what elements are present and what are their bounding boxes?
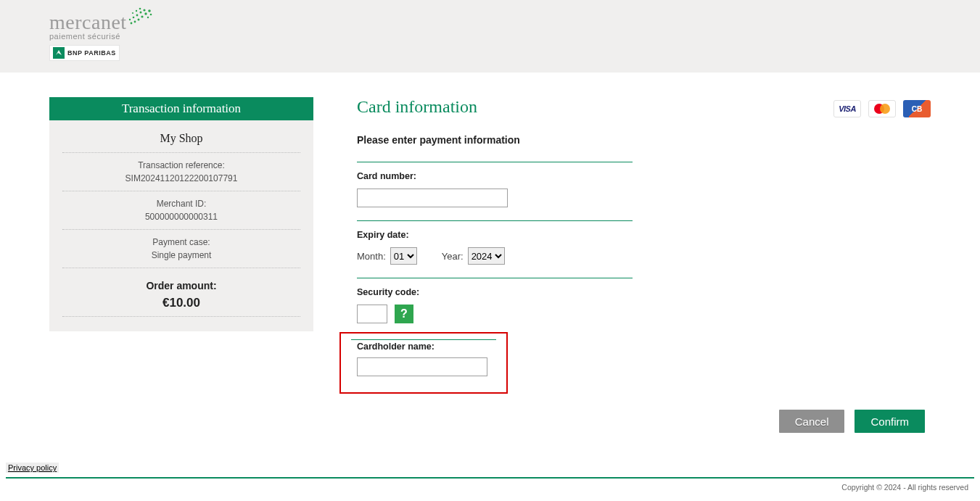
cardholder-name-group: Cardholder name: <box>351 339 496 376</box>
transaction-reference-label: Transaction reference: <box>138 160 225 170</box>
shop-name: My Shop <box>49 120 313 152</box>
cancel-button[interactable]: Cancel <box>779 410 845 433</box>
mercanet-logo: mercanet paiement sécurisé <box>49 7 155 61</box>
logo-brand-text: mercanet <box>49 11 127 34</box>
transaction-reference-block: Transaction reference: SIM20241120122200… <box>62 152 300 191</box>
transaction-reference-value: SIM20241120122200107791 <box>62 173 300 183</box>
expiry-month-select[interactable]: 01 <box>390 247 417 265</box>
transaction-info-panel: Transaction information My Shop Transact… <box>49 97 313 331</box>
svg-point-3 <box>141 15 143 17</box>
cardholder-name-label: Cardholder name: <box>357 341 496 352</box>
security-code-group: Security code: ? <box>357 278 633 334</box>
payment-case-block: Payment case: Single payment <box>62 229 300 268</box>
security-code-help-button[interactable]: ? <box>395 305 413 323</box>
payment-case-label: Payment case: <box>152 237 210 247</box>
svg-point-12 <box>135 10 136 12</box>
logo-tagline: paiement sécurisé <box>49 32 155 41</box>
cardholder-highlight-box: Cardholder name: <box>339 332 508 394</box>
header-bar: mercanet paiement sécurisé <box>0 0 980 73</box>
svg-point-14 <box>147 17 148 18</box>
bnp-star-icon <box>53 47 65 59</box>
form-intro-text: Please enter payment information <box>357 134 931 146</box>
card-number-input[interactable] <box>357 189 508 207</box>
svg-point-1 <box>133 21 136 23</box>
form-actions: Cancel Confirm <box>357 410 931 433</box>
svg-point-5 <box>148 9 151 12</box>
card-number-label: Card number: <box>357 171 633 181</box>
bnp-paribas-badge: BNP PARIBAS <box>49 45 120 61</box>
svg-point-7 <box>132 17 134 19</box>
security-code-input[interactable] <box>357 305 387 323</box>
mastercard-icon <box>868 100 896 117</box>
merchant-id-block: Merchant ID: 500000000000311 <box>62 191 300 229</box>
cb-icon: CB <box>903 100 931 117</box>
svg-point-4 <box>144 12 147 15</box>
svg-point-13 <box>139 8 141 10</box>
svg-point-10 <box>143 9 145 11</box>
order-amount-block: Order amount: €10.00 <box>62 268 300 310</box>
payment-case-value: Single payment <box>62 250 300 260</box>
page-footer: Privacy policy Copyright © 2024 - All ri… <box>0 457 980 492</box>
svg-point-2 <box>137 19 139 21</box>
card-number-group: Card number: <box>357 162 633 220</box>
merchant-id-value: 500000000000311 <box>62 212 300 222</box>
expiry-year-select[interactable]: 2024 <box>468 247 505 265</box>
expiry-year-label: Year: <box>442 251 464 262</box>
confirm-button[interactable]: Confirm <box>855 410 925 433</box>
expiry-month-label: Month: <box>357 251 386 262</box>
bnp-text: BNP PARIBAS <box>67 49 116 57</box>
copyright-text: Copyright © 2024 - All rights reserved <box>841 483 968 492</box>
svg-point-8 <box>136 15 138 17</box>
expiry-date-label: Expiry date: <box>357 230 633 240</box>
transaction-info-title: Transaction information <box>49 97 313 120</box>
svg-point-6 <box>128 19 130 20</box>
logo-dots-icon <box>128 7 155 28</box>
order-amount-label: Order amount: <box>62 280 300 291</box>
payment-form: Card information VISA CB Please enter pa… <box>357 97 931 433</box>
card-information-title: Card information <box>357 97 477 117</box>
svg-point-15 <box>149 14 152 16</box>
svg-point-11 <box>131 12 133 14</box>
card-brand-icons: VISA CB <box>833 100 931 117</box>
expiry-group: Expiry date: Month: 01 Year: 2024 <box>357 220 633 278</box>
privacy-policy-link[interactable]: Privacy policy <box>6 463 59 473</box>
order-amount-value: €10.00 <box>62 296 300 310</box>
svg-point-0 <box>130 22 132 25</box>
cardholder-name-input[interactable] <box>357 357 487 376</box>
security-code-label: Security code: <box>357 287 633 297</box>
svg-point-9 <box>139 12 141 14</box>
visa-icon: VISA <box>833 100 861 117</box>
merchant-id-label: Merchant ID: <box>157 199 207 209</box>
